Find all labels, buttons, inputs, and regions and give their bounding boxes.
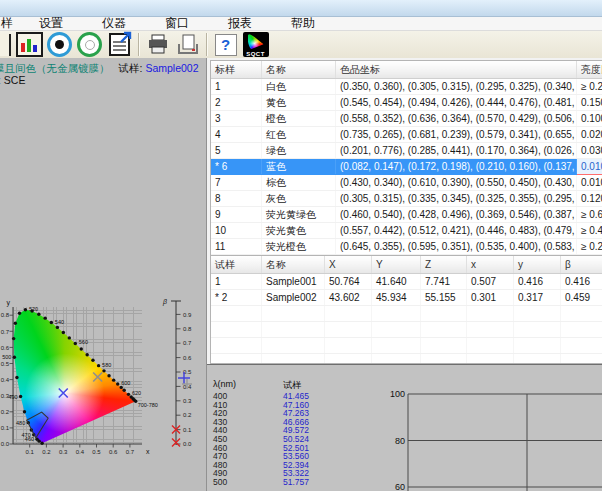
question-mark-glyph: ? [221, 36, 230, 53]
table-cell: 0.150 ~ 0.450 [577, 95, 602, 111]
table-row[interactable]: 8灰色(0.305, 0.315), (0.335, 0.345), (0.32… [211, 191, 602, 207]
table-cell: (0.545, 0.454), (0.494, 0.426), (0.444, … [336, 95, 577, 111]
svg-text:0.4: 0.4 [1, 377, 10, 383]
column-header[interactable]: 名称 [262, 256, 325, 274]
print-icon[interactable] [144, 32, 171, 57]
table-cell: 11 [211, 239, 262, 255]
left-panel: 膜且间色（无金属镀膜）试样:Sample002 : SCE 0.10.20.30… [0, 58, 207, 491]
table-cell: (0.350, 0.360), (0.305, 0.315), (0.295, … [336, 79, 577, 95]
table-cell: 红色 [262, 127, 336, 143]
svg-text:500: 500 [2, 354, 11, 360]
sqct-logo: SQCT [243, 32, 269, 57]
svg-text:470: 470 [22, 432, 31, 438]
table-cell: 白色 [262, 79, 336, 95]
menu-item[interactable]: 报表 [228, 15, 252, 32]
column-header[interactable]: 试样 [211, 256, 262, 274]
column-header[interactable]: x [467, 256, 514, 274]
measure-sample-icon[interactable] [76, 32, 103, 57]
table-row[interactable]: 9荧光黄绿色(0.460, 0.540), (0.428, 0.496), (0… [211, 207, 602, 223]
table-row[interactable]: 2黄色(0.545, 0.454), (0.494, 0.426), (0.44… [211, 95, 602, 111]
table-row[interactable]: 4红色(0.735, 0.265), (0.681, 0.239), (0.57… [211, 127, 602, 143]
table-cell: 8 [211, 191, 262, 207]
column-header[interactable]: 色品坐标 [336, 61, 577, 79]
column-header[interactable]: Y [372, 256, 421, 274]
table-row[interactable]: 5绿色(0.201, 0.776), (0.285, 0.441), (0.17… [211, 143, 602, 159]
column-header[interactable]: y [514, 256, 561, 274]
measure-mode-text: : SCE [0, 74, 25, 86]
menu-item[interactable]: 窗口 [165, 15, 189, 32]
table-cell: 荧光黄色 [262, 223, 336, 239]
svg-text:0.5: 0.5 [1, 361, 10, 367]
sample-marker [59, 388, 68, 397]
column-header[interactable]: Z [421, 256, 467, 274]
svg-text:0.3: 0.3 [59, 449, 68, 455]
table-cell: 0.020 ~ 0.150 [577, 127, 602, 143]
target-filled-glyph [47, 32, 72, 57]
sqct-logo-icon[interactable]: SQCT [242, 32, 269, 57]
table-cell: 0.317 [514, 290, 561, 306]
table-cell: (0.557, 0.442), (0.512, 0.421), (0.446, … [336, 223, 577, 239]
column-header[interactable]: 亮度因数 [577, 61, 602, 79]
measure-standard-icon[interactable] [46, 32, 73, 57]
svg-text:0.0: 0.0 [1, 441, 10, 447]
toolbar-separator [206, 33, 207, 56]
menu-item[interactable]: 设置 [39, 15, 63, 32]
svg-text:0.8: 0.8 [1, 312, 10, 318]
cie-overlay: 0.10.20.30.40.50.60.70.00.10.20.30.40.50… [0, 298, 206, 491]
export-report-icon[interactable] [106, 32, 133, 57]
table-cell: 荧光橙色 [262, 239, 336, 255]
table-row[interactable]: 1Sample00150.76441.6407.7410.5070.4160.4… [211, 274, 602, 290]
svg-text:620: 620 [132, 390, 141, 396]
column-header[interactable]: β [561, 256, 602, 274]
help-icon[interactable]: ? [212, 32, 239, 57]
spectral-row: 50051.757 [213, 478, 309, 487]
table-cell: 0.301 [467, 290, 514, 306]
svg-text:0.2: 0.2 [1, 409, 10, 415]
table-cell: 50.764 [325, 274, 372, 290]
table-cell: 蓝色 [262, 159, 336, 175]
menu-item[interactable]: 帮助 [291, 15, 315, 32]
cie-chromaticity-diagram: 0.10.20.30.40.50.60.70.00.10.20.30.40.50… [0, 298, 206, 491]
svg-text:0.6: 0.6 [109, 449, 118, 455]
table-cell: 橙色 [262, 111, 336, 127]
svg-text:480: 480 [16, 420, 25, 426]
column-header[interactable]: 名称 [262, 61, 336, 79]
print-output-icon[interactable] [174, 32, 201, 57]
table-cell: 55.155 [421, 290, 467, 306]
clipped-toolbar-icon[interactable] [0, 34, 11, 56]
table-row[interactable]: 11荧光橙色(0.645, 0.355), (0.595, 0.351), (0… [211, 239, 602, 255]
table-cell: 0.120 ~ 0.180 [577, 191, 602, 207]
svg-text:0.7: 0.7 [1, 329, 10, 335]
table-cell: 7 [211, 175, 262, 191]
table-cell: (0.460, 0.540), (0.428, 0.496), (0.369, … [336, 207, 577, 223]
table-row[interactable]: 3橙色(0.558, 0.352), (0.636, 0.364), (0.57… [211, 111, 602, 127]
menu-item[interactable]: 仪器 [102, 15, 126, 32]
svg-text:0.2: 0.2 [42, 449, 51, 455]
table-row[interactable]: * 2Sample00243.60245.93455.1550.3010.317… [211, 290, 602, 306]
column-header[interactable]: 标样 [211, 61, 262, 79]
column-header[interactable]: X [325, 256, 372, 274]
table-cell: 绿色 [262, 143, 336, 159]
right-panel: 标样名称色品坐标亮度因数1白色(0.350, 0.360), (0.305, 0… [207, 58, 602, 491]
table-cell: 1 [211, 79, 262, 95]
report-page-glyph [109, 33, 130, 56]
svg-text:y: y [7, 299, 11, 307]
svg-text:0.6: 0.6 [1, 345, 10, 351]
table-row[interactable]: 1白色(0.350, 0.360), (0.305, 0.315), (0.29… [211, 79, 602, 95]
table-cell: 1 [211, 274, 262, 290]
printer-glyph [147, 34, 169, 55]
empty-row [211, 322, 602, 338]
table-cell: ≥ 0.270 [577, 79, 602, 95]
statistics-chart-icon[interactable] [16, 32, 43, 57]
table-cell: 荧光黄绿色 [262, 207, 336, 223]
table-cell: 3 [211, 111, 262, 127]
svg-text:80: 80 [395, 436, 405, 446]
table-cell: ≥ 0.600 [577, 207, 602, 223]
table-cell: 45.934 [372, 290, 421, 306]
table-cell: ≥ 0.400 [577, 223, 602, 239]
table-row[interactable]: 7棕色(0.430, 0.340), (0.610, 0.390), (0.55… [211, 175, 602, 191]
table-row[interactable]: * 6蓝色(0.082, 0.147), (0.172, 0.198), (0.… [211, 159, 602, 175]
menu-item[interactable]: 样 [1, 15, 13, 32]
table-cell: 0.416 [561, 274, 602, 290]
table-row[interactable]: 10荧光黄色(0.557, 0.442), (0.512, 0.421), (0… [211, 223, 602, 239]
